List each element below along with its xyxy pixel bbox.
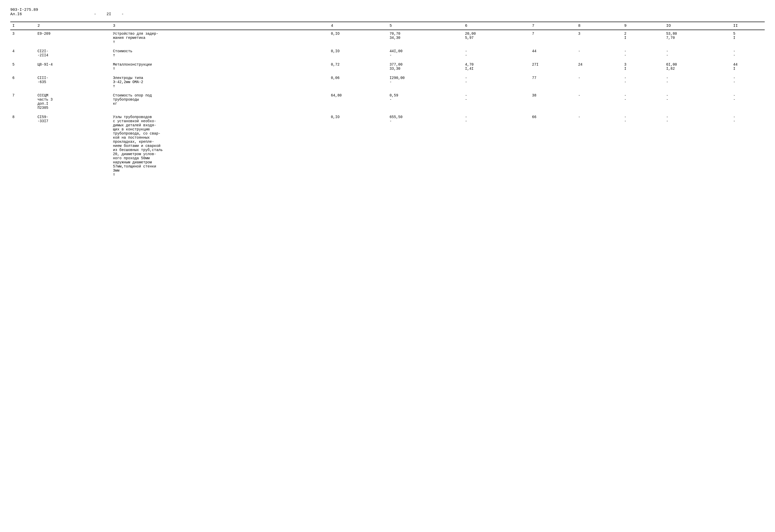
page-number: 2I bbox=[106, 12, 111, 16]
cell-col3: Стоимостьт bbox=[111, 48, 329, 59]
table-row: 7СССЦМчасть 3доп.IП2305Стоимость опор по… bbox=[10, 92, 765, 111]
cell-col8: - bbox=[576, 113, 622, 178]
cell-col4: 0,06 bbox=[329, 74, 388, 90]
cell-col3: Стоимость опор подтрубопроводыкг bbox=[111, 92, 329, 111]
cell-col9: 2I bbox=[622, 30, 664, 46]
dash2: - bbox=[121, 12, 124, 16]
cell-col7: 27I bbox=[530, 61, 576, 72]
cell-col1: 6 bbox=[10, 74, 35, 90]
cell-col6: -- bbox=[463, 48, 530, 59]
ref-line2: Ал.I6 - 2I - bbox=[10, 12, 765, 16]
cell-col8: - bbox=[576, 92, 622, 111]
cell-col2: Ц8-9I-4 bbox=[35, 61, 111, 72]
col-header-4: 4 bbox=[329, 22, 388, 30]
cell-col10: 6I,00I,82 bbox=[664, 61, 731, 72]
cell-col3: Металлоконструкциит bbox=[111, 61, 329, 72]
cell-col10: 53,807,70 bbox=[664, 30, 731, 46]
cell-col2: E9-209 bbox=[35, 30, 111, 46]
cell-col6: 20,005,97 bbox=[463, 30, 530, 46]
col-header-1: I bbox=[10, 22, 35, 30]
cell-col6: -- bbox=[463, 74, 530, 90]
cell-col4: 64,80 bbox=[329, 92, 388, 111]
col-header-2: 2 bbox=[35, 22, 111, 30]
document-header: 903-I-275.89 Ал.I6 - 2I - bbox=[10, 8, 765, 16]
cell-col1: 7 bbox=[10, 92, 35, 111]
header-center: - 2I - bbox=[94, 12, 124, 16]
cell-col8: 3 bbox=[576, 30, 622, 46]
cell-col5: 44I,00- bbox=[388, 48, 463, 59]
cell-col3: Электроды типаЭ-42,2мм ОМА-2т bbox=[111, 74, 329, 90]
cell-col5: 377,0033,30 bbox=[388, 61, 463, 72]
cell-col9: 3I bbox=[622, 61, 664, 72]
cell-col2: CIII--635 bbox=[35, 74, 111, 90]
col-header-8: 8 bbox=[576, 22, 622, 30]
ref-line1: 903-I-275.89 bbox=[10, 8, 765, 12]
cell-col1: 8 bbox=[10, 113, 35, 178]
table-row: 3E9-209Устройство для задер-жания гермет… bbox=[10, 30, 765, 46]
cell-col1: 4 bbox=[10, 48, 35, 59]
cell-col2: CI2I--2II4 bbox=[35, 48, 111, 59]
cell-col10: -- bbox=[664, 48, 731, 59]
cell-col7: 7 bbox=[530, 30, 576, 46]
doc-code: Ал.I6 bbox=[10, 12, 22, 16]
table-row: 4CI2I--2II4Стоимостьт0,IO44I,00---44----… bbox=[10, 48, 765, 59]
cell-col4: 0,IO bbox=[329, 48, 388, 59]
cell-col4: 0,IO bbox=[329, 113, 388, 178]
cell-col6: 4,70I,4I bbox=[463, 61, 530, 72]
table-row: 5Ц8-9I-4Металлоконструкциит0,72377,0033,… bbox=[10, 61, 765, 72]
cell-col11: -- bbox=[731, 48, 765, 59]
cell-col5: 0,59- bbox=[388, 92, 463, 111]
col-header-10: IO bbox=[664, 22, 731, 30]
col-header-7: 7 bbox=[530, 22, 576, 30]
col-header-6: 6 bbox=[463, 22, 530, 30]
cell-col11: 5I bbox=[731, 30, 765, 46]
cell-col9: -- bbox=[622, 48, 664, 59]
cell-col10: -- bbox=[664, 74, 731, 90]
cell-col11: -- bbox=[731, 92, 765, 111]
cell-col2: CI59--33I7 bbox=[35, 113, 111, 178]
cell-col10: -- bbox=[664, 113, 731, 178]
cell-col1: 5 bbox=[10, 61, 35, 72]
cell-col3: Узлы трубопроводовс установкой необхо-ди… bbox=[111, 113, 329, 178]
table-row: 6CIII--635Электроды типаЭ-42,2мм ОМА-2т0… bbox=[10, 74, 765, 90]
cell-col4: 0,IO bbox=[329, 30, 388, 46]
cell-col7: 66 bbox=[530, 113, 576, 178]
cell-col11: 44I bbox=[731, 61, 765, 72]
cell-col5: 70,7034,30 bbox=[388, 30, 463, 46]
col-header-11: II bbox=[731, 22, 765, 30]
cell-col8: - bbox=[576, 74, 622, 90]
cell-col10: -- bbox=[664, 92, 731, 111]
cell-col7: 44 bbox=[530, 48, 576, 59]
cell-col11: -- bbox=[731, 113, 765, 178]
cell-col5: I290,00- bbox=[388, 74, 463, 90]
cell-col8: - bbox=[576, 48, 622, 59]
cell-col4: 0,72 bbox=[329, 61, 388, 72]
table-row: 8CI59--33I7Узлы трубопроводовс установко… bbox=[10, 113, 765, 178]
cell-col8: 24 bbox=[576, 61, 622, 72]
cell-col1: 3 bbox=[10, 30, 35, 46]
main-table: I 2 3 4 5 6 7 8 9 IO II 3E9-209Устройств… bbox=[10, 22, 765, 178]
cell-col7: 77 bbox=[530, 74, 576, 90]
cell-col9: -- bbox=[622, 113, 664, 178]
col-header-9: 9 bbox=[622, 22, 664, 30]
col-header-5: 5 bbox=[388, 22, 463, 30]
cell-col3: Устройство для задер-жания герметикат bbox=[111, 30, 329, 46]
cell-col6: -- bbox=[463, 92, 530, 111]
cell-col2: СССЦМчасть 3доп.IП2305 bbox=[35, 92, 111, 111]
cell-col7: 38 bbox=[530, 92, 576, 111]
cell-col9: -- bbox=[622, 92, 664, 111]
dash1: - bbox=[94, 12, 96, 16]
cell-col11: -- bbox=[731, 74, 765, 90]
table-header-row: I 2 3 4 5 6 7 8 9 IO II bbox=[10, 22, 765, 30]
col-header-3: 3 bbox=[111, 22, 329, 30]
cell-col9: -- bbox=[622, 74, 664, 90]
cell-col5: 655,50- bbox=[388, 113, 463, 178]
cell-col6: -- bbox=[463, 113, 530, 178]
